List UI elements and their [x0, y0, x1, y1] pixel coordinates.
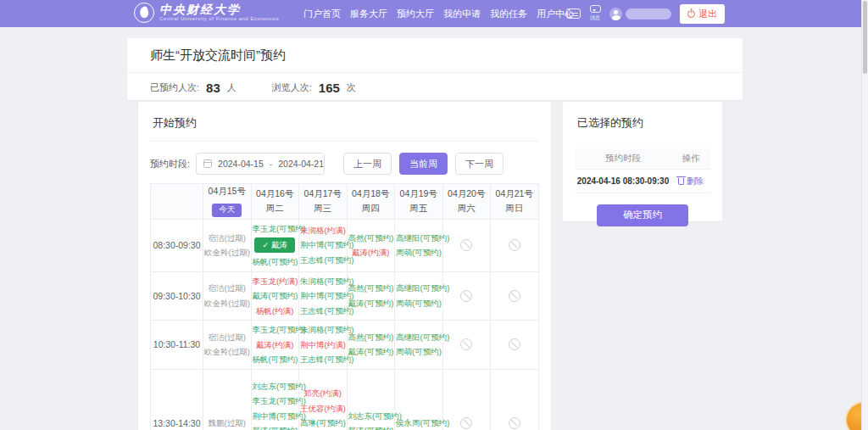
schedule-row: 08:30-09:30宿洁(过期)欧金羚(过期)李玉龙(可预约)✓戴涛杨帆(可预…	[151, 219, 539, 271]
slot-available[interactable]: 高继阳(可预约)	[396, 231, 442, 246]
day-weekday: 周三	[300, 203, 346, 215]
day-column-header: 04月19号周五	[395, 184, 443, 220]
slot-available[interactable]: 周萌(可预约)	[396, 296, 442, 311]
slot-available[interactable]: 王志锋(可预约)	[300, 304, 346, 319]
university-logo[interactable]: 中央财经大学 Central University of Finance and…	[134, 3, 279, 23]
scrollbar-thumb[interactable]	[863, 1, 867, 74]
nav-menu-item[interactable]: 我的任务	[490, 8, 527, 20]
schedule-cell: 高继阳(可预约)周萌(可预约)	[395, 219, 443, 271]
selected-booking-row: 2024-04-16 08:30-09:30删除	[575, 169, 710, 193]
slot-available[interactable]: 高然(可预约)	[348, 330, 394, 345]
slot-available[interactable]: 戴涛(可预约)	[348, 296, 394, 311]
date-range-input[interactable]: 2024-04-15 - 2024-04-21	[196, 153, 325, 175]
schedule-cell	[491, 271, 539, 321]
confirm-booking-button[interactable]: 确定预约	[597, 204, 688, 226]
slot-available[interactable]: 朱润格(可预约)	[300, 322, 346, 338]
slot-expired: 欧金羚(过期)	[204, 344, 250, 360]
slot-expired: 欧金羚(过期)	[204, 245, 250, 260]
slot-available[interactable]: 高继阳(可预约)	[396, 330, 442, 345]
slot-available[interactable]: 荆中博(可预约)	[253, 409, 298, 424]
check-icon: ✓	[262, 241, 269, 249]
slot-available[interactable]: 高然(可预约)	[348, 231, 394, 246]
schedule-cell: 高然(可预约)戴涛(可预约)	[347, 271, 395, 321]
message-bubble-icon	[590, 5, 601, 13]
date-range-start: 2024-04-15	[218, 159, 264, 169]
trash-icon	[678, 178, 684, 185]
slot-expired: 欧金羚(过期)	[204, 296, 250, 311]
nav-menu-item[interactable]: 门户首页	[303, 8, 341, 20]
slot-available[interactable]: 李玉龙(可预约)	[253, 221, 298, 237]
slot-available[interactable]: 杨帆(可预约)	[253, 254, 298, 270]
slot-available[interactable]: 高继阳(可预约)	[396, 281, 442, 296]
nav-menu-item[interactable]: 服务大厅	[350, 8, 387, 20]
selected-bookings-panel: 已选择的预约 预约时段 操作 2024-04-16 08:30-09:30删除 …	[563, 102, 722, 221]
slot-available[interactable]: 李玉龙(可预约)	[253, 394, 298, 409]
schedule-row: 10:30-11:30宿洁(过期)欧金羚(过期)李玉龙(可预约)戴涛(约满)杨帆…	[151, 321, 539, 370]
booking-panel: 开始预约 预约时段: 2024-04-15 - 2024-04-21 上一周 当…	[138, 102, 551, 430]
slot-available[interactable]: 李玉龙(可预约)	[253, 322, 298, 338]
current-week-button[interactable]: 当前周	[399, 153, 448, 175]
schedule-cell	[442, 321, 491, 370]
week-controls: 预约时段: 2024-04-15 - 2024-04-21 上一周 当前周 下一…	[150, 153, 539, 175]
top-navbar: 中央财经大学 Central University of Finance and…	[0, 0, 868, 27]
nav-right-cluster: 消息 退出	[566, 0, 725, 27]
nav-menu-item[interactable]: 预约大厅	[397, 8, 434, 20]
day-column-header: 04月20号周六	[442, 184, 491, 220]
slot-available[interactable]: 侯永周(可预约)	[396, 416, 442, 430]
page-header-card: 师生“开放交流时间”预约 已预约人次: 83 人 浏览人次: 165 次	[127, 38, 743, 100]
id-card-icon[interactable]	[566, 8, 581, 19]
logout-button[interactable]: 退出	[680, 4, 725, 24]
time-column-header	[151, 184, 203, 220]
day-date: 04月19号	[396, 188, 442, 200]
university-emblem-icon	[134, 3, 154, 23]
slot-available[interactable]: 朱润格(可预约)	[300, 274, 346, 289]
slot-available[interactable]: 刘志东(可预约)	[348, 409, 394, 424]
university-name: 中央财经大学	[159, 3, 279, 16]
slot-available[interactable]: 周萌(可预约)	[396, 245, 442, 260]
day-date: 04月15号	[204, 186, 250, 198]
day-date: 04月17号	[300, 188, 346, 200]
schedule-cell	[442, 219, 491, 271]
user-account[interactable]	[609, 8, 671, 20]
university-name-en: Central University of Finance and Econom…	[159, 16, 279, 22]
calendar-icon	[203, 159, 212, 168]
day-column-header: 04月17号周三	[299, 184, 348, 220]
delete-button[interactable]: 删除	[678, 176, 704, 187]
slot-available[interactable]: 杨帆(可预约)	[253, 352, 298, 367]
forbidden-icon	[509, 417, 520, 429]
slot-available[interactable]: 荆中博(可预约)	[300, 288, 346, 304]
slot-available[interactable]: 荆中博(可预约)	[300, 237, 346, 253]
slot-expired: 宿洁(过期)	[204, 281, 250, 296]
slot-available[interactable]: 高琳(可预约)	[300, 416, 346, 430]
period-label: 预约时段:	[150, 158, 190, 170]
slot-available[interactable]: 王志锋(可预约)	[300, 352, 346, 367]
slot-available[interactable]: 戴涛(可预约)	[348, 423, 394, 430]
nav-menu-item[interactable]: 我的申请	[443, 8, 481, 20]
slot-available[interactable]: 戴涛(可预约)	[253, 423, 298, 430]
schedule-cell: 朱润格(可预约)荆中博(约满)王志锋(可预约)	[299, 321, 348, 370]
day-date: 04月20号	[444, 188, 490, 200]
selected-slot-button[interactable]: ✓戴涛	[254, 237, 295, 253]
slot-available[interactable]: 刘志东(可预约)	[253, 379, 298, 394]
schedule-cell: 朱润格(约满)荆中博(可预约)王志锋(可预约)	[299, 219, 348, 271]
schedule-row: 09:30-10:30宿洁(过期)欧金羚(过期)李玉龙(约满)戴涛(可预约)杨帆…	[151, 271, 539, 321]
slot-available[interactable]: 周萌(可预约)	[396, 344, 442, 360]
messages-button[interactable]: 消息	[589, 5, 601, 22]
slot-full: 王优容(约满)	[300, 401, 346, 416]
schedule-cell	[442, 271, 491, 321]
prev-week-button[interactable]: 上一周	[343, 153, 392, 175]
slot-available[interactable]: 戴涛(可预约)	[348, 344, 394, 360]
day-date: 04月21号	[492, 188, 537, 200]
slot-available[interactable]: 戴涛(可预约)	[253, 288, 298, 304]
selected-action-column-header: 操作	[671, 148, 710, 169]
schedule-cell	[491, 369, 539, 430]
schedule-cell: 宿洁(过期)欧金羚(过期)	[203, 321, 252, 370]
slot-available[interactable]: 高然(可预约)	[348, 281, 394, 296]
slot-available[interactable]: 王志锋(可预约)	[300, 253, 346, 268]
views-count-unit: 次	[347, 81, 356, 94]
next-week-button[interactable]: 下一周	[455, 153, 504, 175]
date-range-separator: -	[270, 159, 273, 169]
date-range-end: 2024-04-21	[278, 159, 324, 169]
page-scrollbar[interactable]	[861, 0, 868, 430]
booked-count-label: 已预约人次:	[150, 81, 199, 94]
